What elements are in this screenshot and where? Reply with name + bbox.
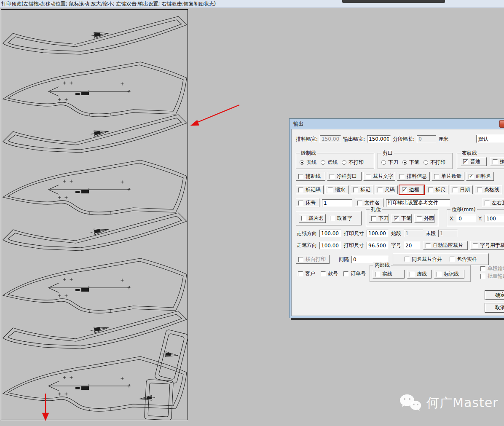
check-left-right-swap[interactable]: 左右互换 (482, 198, 504, 207)
check-fabric-name[interactable]: 面料名 (466, 172, 494, 181)
grain-line-group-title: 布纹线 (461, 150, 478, 156)
check-border-frame[interactable]: 边框 (399, 185, 424, 194)
offset-y-input[interactable] (485, 215, 504, 222)
check-stripe-grid[interactable]: 条格线 (475, 185, 502, 194)
check-bed-number[interactable]: 床号 (296, 198, 319, 207)
start-segment-label: 始段 (391, 230, 401, 237)
check-merge-same-name[interactable]: 同名裁片合并 (405, 256, 442, 263)
print-size-input-2[interactable] (367, 242, 389, 249)
checkbox-icon (330, 174, 335, 179)
checkbox-icon (357, 201, 362, 206)
paper-direction-input[interactable] (319, 230, 341, 237)
file-name-input[interactable] (386, 199, 450, 207)
marker-width-input[interactable] (320, 135, 341, 143)
check-size-code[interactable]: 尺码 (375, 185, 398, 194)
checkbox-icon (399, 174, 405, 179)
check-auto-fit-piece[interactable]: 自动适应裁片 (423, 241, 468, 250)
paper-direction-row: 走纸方向 打印尺寸 始段 末段 (297, 230, 458, 237)
ok-button[interactable]: 确定 (485, 290, 504, 300)
checkbox-icon (328, 188, 333, 193)
radio-notch-cut[interactable]: 下刀 (381, 159, 398, 166)
check-fontsize-for-piece[interactable]: 字号用于裁片 (470, 241, 504, 250)
check-batch-output[interactable]: 批量输出 (480, 273, 504, 280)
watermark: 何广Master (399, 394, 498, 412)
wechat-icon (399, 394, 421, 412)
check-shrinkage[interactable]: 缩水 (325, 185, 349, 194)
print-preview-canvas[interactable] (1, 9, 188, 420)
marker-width-label: 排料幅宽: (296, 136, 318, 143)
check-marker-info[interactable]: 排料信息 (397, 172, 430, 181)
check-single-segment-output[interactable]: 单段输出 (480, 265, 504, 272)
pattern-pieces-drawing (1, 10, 188, 420)
dialog-titlebar[interactable]: 输出 × (291, 119, 504, 129)
customer-row: 客户 款号 订单号 (298, 270, 366, 277)
hole-group: 孔位 下刀 下笔 外园 (366, 209, 438, 226)
end-segment-input[interactable] (438, 230, 458, 237)
close-button[interactable]: × (499, 120, 504, 128)
sew-line-group-title: 缝制线 (300, 150, 317, 156)
check-grain-join-edge[interactable]: 接边 (490, 157, 504, 166)
check-mark-code[interactable]: 标记码 (296, 185, 324, 194)
radio-icon (424, 160, 428, 165)
cancel-button[interactable]: 取消 (485, 303, 504, 313)
radio-dashed-line[interactable]: 虚线 (321, 159, 338, 166)
checkbox-icon (394, 216, 399, 221)
background-window-edge (342, 0, 445, 3)
pen-direction-input[interactable] (319, 242, 341, 249)
check-hole-pen[interactable]: 下笔 (391, 214, 412, 223)
radio-solid-line[interactable]: 实线 (300, 159, 316, 166)
sew-line-group: 缝制线 实线 虚线 不打印 (296, 153, 374, 169)
pen-direction-label: 走笔方向 (297, 242, 317, 249)
checkbox-icon (321, 271, 326, 276)
output-width-input[interactable] (367, 135, 391, 143)
inner-line-group: 内部线 实线 虚线 标识线 (370, 265, 471, 282)
checkbox-icon (366, 174, 371, 179)
segment-length-input[interactable] (417, 135, 436, 143)
check-inner-id-line[interactable]: 标识线 (434, 270, 464, 279)
checkbox-icon (402, 188, 407, 193)
check-first-char[interactable]: 取首字 (330, 215, 352, 222)
check-grain-normal[interactable]: 普通 (461, 157, 487, 166)
checkbox-icon (371, 216, 376, 221)
preset-combobox[interactable]: 默认 (476, 135, 504, 143)
checkbox-icon (298, 271, 303, 276)
checkbox-icon (469, 174, 474, 179)
check-net-notch[interactable]: 净样剪口 (327, 172, 362, 181)
check-piece-name[interactable]: 裁片名 (299, 214, 326, 223)
print-size-input-1[interactable] (367, 230, 389, 237)
font-size-input[interactable] (404, 242, 421, 249)
checkbox-icon (405, 257, 410, 262)
check-piece-text[interactable]: 裁片文字 (363, 172, 395, 181)
check-file-name[interactable]: 文件名 (355, 198, 383, 207)
checkbox-icon (453, 188, 458, 193)
check-mark[interactable]: 标记 (351, 185, 373, 194)
check-date[interactable]: 日期 (450, 185, 473, 194)
check-style-number[interactable]: 款号 (321, 270, 338, 277)
paper-direction-label: 走纸方向 (297, 230, 317, 237)
check-order-number[interactable]: 订单号 (343, 270, 366, 277)
check-hole-cut[interactable]: 下刀 (369, 214, 389, 223)
offset-x-input[interactable] (457, 215, 476, 222)
bed-number-input[interactable] (322, 199, 352, 207)
checkbox-icon (343, 271, 349, 276)
offset-x-label: X: (450, 216, 455, 222)
checkbox-icon (480, 266, 485, 271)
check-inner-dashed[interactable]: 虚线 (407, 270, 432, 279)
check-landscape-print[interactable]: 横向打印 (296, 255, 330, 264)
radio-no-print-notch[interactable]: 不打印 (424, 159, 445, 166)
check-hole-outer-circle[interactable]: 外园 (414, 214, 434, 223)
radio-notch-pen[interactable]: 下笔 (402, 159, 419, 166)
check-customer[interactable]: 客户 (298, 270, 315, 277)
radio-no-print-sew[interactable]: 不打印 (342, 159, 364, 166)
check-piece-quantity[interactable]: 单片数量 (432, 172, 464, 181)
hole-group-title: 孔位 (370, 206, 382, 213)
checkbox-icon (378, 188, 383, 193)
start-segment-input[interactable] (404, 230, 423, 237)
checkbox-icon (298, 201, 303, 206)
check-inner-solid[interactable]: 实线 (373, 270, 405, 279)
piece-name-box: 裁片名 取首字 (296, 211, 362, 225)
check-aux-line[interactable]: 辅助线 (296, 172, 325, 181)
check-include-sample[interactable]: 包含实样 (450, 256, 477, 263)
check-ruler[interactable]: 标尺 (426, 185, 448, 194)
print-size-label-1: 打印尺寸 (344, 230, 364, 237)
